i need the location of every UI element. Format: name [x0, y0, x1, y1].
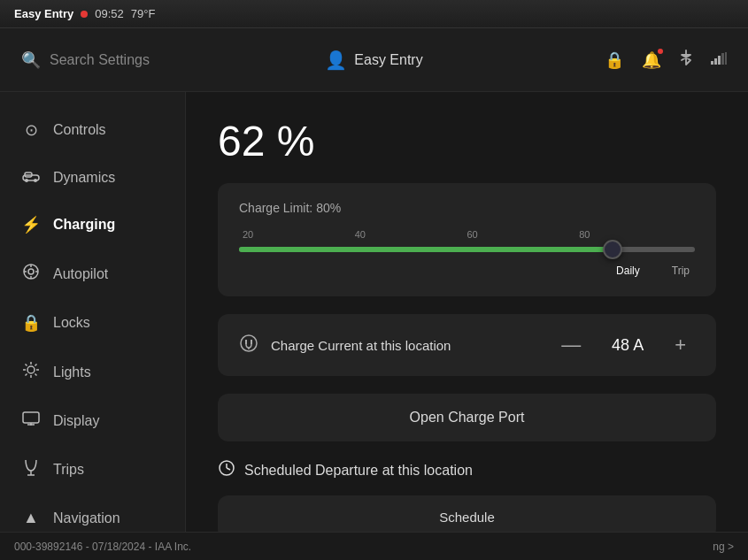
- controls-icon: ⊙: [21, 120, 41, 140]
- charge-limit-label: Charge Limit: 80%: [239, 201, 695, 215]
- schedule-card-label: Schedule: [439, 510, 495, 525]
- sidebar-item-locks[interactable]: 🔒 Locks: [0, 299, 185, 347]
- sidebar-label-display: Display: [53, 413, 99, 429]
- trip-button[interactable]: Trip: [667, 263, 695, 279]
- svg-rect-24: [23, 412, 39, 423]
- svg-line-23: [26, 374, 27, 376]
- sidebar-item-charging[interactable]: ⚡ Charging: [0, 201, 185, 249]
- signal-icon: [711, 50, 727, 69]
- sidebar-item-trips[interactable]: Trips: [0, 444, 185, 495]
- svg-rect-4: [725, 52, 727, 65]
- bottom-bar: 000-39892146 - 07/18/2024 - IAA Inc. ng …: [0, 532, 748, 560]
- svg-point-15: [27, 366, 35, 373]
- svg-point-7: [25, 179, 28, 182]
- sidebar-item-navigation[interactable]: ▲ Navigation: [0, 495, 185, 532]
- clock-icon: [218, 459, 235, 481]
- charge-current-card: Charge Current at this location — 48 A +: [218, 314, 716, 376]
- search-icon: 🔍: [21, 50, 41, 70]
- device-id: 000-39892146 - 07/18/2024 - IAA Inc.: [14, 541, 191, 553]
- daily-button[interactable]: Daily: [611, 263, 645, 279]
- plug-icon: [239, 334, 258, 357]
- slider-daily-trip: Daily Trip: [239, 263, 695, 279]
- increase-current-button[interactable]: +: [666, 330, 695, 360]
- svg-rect-1: [714, 58, 717, 65]
- svg-point-8: [34, 179, 37, 182]
- content-area: 62 % Charge Limit: 80% 20 40 60 80 Daily…: [186, 92, 748, 532]
- sidebar-item-lights[interactable]: Lights: [0, 347, 185, 397]
- lights-icon: [21, 361, 41, 383]
- svg-rect-2: [718, 56, 721, 65]
- header-icons: 🔒 🔔: [605, 49, 727, 71]
- main-layout: ⊙ Controls Dynamics ⚡ Charging: [0, 92, 748, 532]
- sidebar-label-autopilot: Autopilot: [53, 266, 108, 282]
- slider-thumb[interactable]: [603, 240, 622, 259]
- charge-current-label: Charge Current at this location: [271, 336, 451, 355]
- charging-icon: ⚡: [21, 215, 41, 234]
- slider-ticks: 20 40 60 80: [239, 229, 695, 240]
- trips-icon: [21, 458, 41, 480]
- sidebar-label-controls: Controls: [53, 122, 106, 138]
- charge-percentage: 62 %: [218, 117, 716, 165]
- bell-icon[interactable]: 🔔: [642, 50, 661, 70]
- autopilot-icon: [21, 263, 41, 285]
- bluetooth-icon[interactable]: [679, 49, 693, 71]
- slider-track: [239, 247, 695, 252]
- scheduled-departure-text: Scheduled Departure at this location: [244, 463, 473, 479]
- profile-name: Easy Entry: [354, 52, 422, 68]
- charge-current-left: Charge Current at this location: [239, 334, 451, 357]
- locks-icon: 🔒: [21, 313, 41, 333]
- charge-current-value: 48 A: [605, 336, 650, 355]
- status-recording-dot: [81, 11, 88, 18]
- notification-dot: [658, 49, 663, 54]
- header: 🔍 Search Settings 👤 Easy Entry 🔒 🔔: [0, 28, 748, 92]
- status-bar-title: Easy Entry: [14, 7, 73, 20]
- open-charge-port-label: Open Charge Port: [410, 410, 525, 425]
- svg-line-35: [227, 468, 230, 470]
- search-area: 🔍 Search Settings: [21, 50, 590, 70]
- status-bar: Easy Entry 09:52 79°F: [0, 0, 748, 28]
- navigation-icon: ▲: [21, 509, 41, 527]
- sidebar-label-lights: Lights: [53, 364, 91, 380]
- schedule-card: Schedule: [218, 495, 716, 532]
- profile-icon: 👤: [325, 50, 347, 71]
- svg-line-20: [26, 364, 27, 366]
- sidebar-label-locks: Locks: [53, 315, 90, 331]
- tick-60: 60: [467, 229, 478, 240]
- charge-limit-card: Charge Limit: 80% 20 40 60 80 Daily Trip: [218, 183, 716, 296]
- lock-icon[interactable]: 🔒: [605, 50, 624, 70]
- svg-line-21: [35, 374, 37, 376]
- tick-40: 40: [355, 229, 366, 240]
- sidebar-item-autopilot[interactable]: Autopilot: [0, 249, 185, 299]
- sidebar: ⊙ Controls Dynamics ⚡ Charging: [0, 92, 186, 532]
- charge-current-controls: — 48 A +: [552, 330, 695, 360]
- scroll-arrow[interactable]: ng >: [713, 541, 734, 553]
- sidebar-item-display[interactable]: Display: [0, 397, 185, 444]
- sidebar-label-navigation: Navigation: [53, 510, 120, 526]
- search-placeholder[interactable]: Search Settings: [50, 52, 150, 68]
- status-time: 09:52: [95, 7, 124, 20]
- status-temp: 79°F: [131, 7, 156, 20]
- tick-20: 20: [243, 229, 253, 240]
- svg-line-22: [35, 364, 37, 366]
- header-center: 👤 Easy Entry: [325, 50, 422, 71]
- decrease-current-button[interactable]: —: [552, 330, 590, 360]
- svg-point-10: [28, 269, 34, 274]
- status-bar-left: Easy Entry 09:52 79°F: [14, 7, 155, 20]
- charge-limit-slider[interactable]: [239, 247, 695, 252]
- sidebar-item-controls[interactable]: ⊙ Controls: [0, 106, 185, 154]
- sidebar-label-trips: Trips: [53, 462, 84, 478]
- svg-rect-3: [721, 53, 724, 65]
- display-icon: [21, 411, 41, 430]
- sidebar-item-dynamics[interactable]: Dynamics: [0, 154, 185, 201]
- tick-80: 80: [579, 229, 590, 240]
- sidebar-label-charging: Charging: [53, 217, 115, 233]
- open-charge-port-button[interactable]: Open Charge Port: [218, 394, 716, 441]
- svg-rect-0: [711, 61, 713, 65]
- sidebar-label-dynamics: Dynamics: [53, 170, 115, 186]
- slider-fill: [239, 247, 613, 252]
- scheduled-departure-label: Scheduled Departure at this location: [218, 459, 716, 481]
- dynamics-icon: [21, 168, 41, 187]
